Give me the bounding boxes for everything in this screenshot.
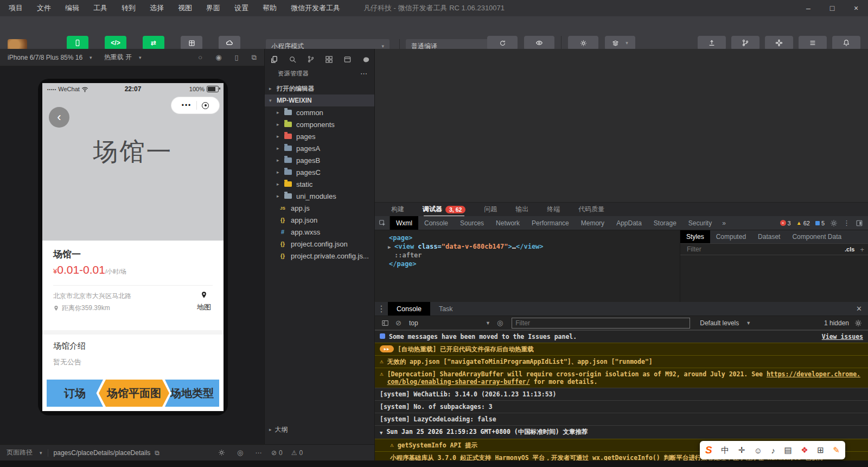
map-button[interactable]: 地图 [192,291,216,312]
expand-arrow-icon[interactable]: ▶ [388,243,394,251]
menu-item[interactable]: 编辑 [65,3,79,13]
devtools-tab-wxml[interactable]: Wxml [390,216,418,230]
tab-terminal[interactable]: 终端 [547,203,560,217]
tree-folder-common[interactable]: ▸common [265,106,375,118]
menu-item[interactable]: 设置 [234,3,248,13]
console-tab-console[interactable]: Console [388,302,430,315]
tab-problems[interactable]: 问题 [484,203,497,217]
tree-folder-pagesC[interactable]: ▸pagesC [265,166,375,178]
devtools-tab-network[interactable]: Network [490,216,526,230]
editor-layout-icon[interactable] [343,55,352,64]
console-message[interactable]: [system] LazyCodeLoading: false [375,413,868,425]
message-link[interactable]: https://developer.chrome.com/blog/enabli… [387,370,860,386]
devtools-tab-security[interactable]: Security [682,216,718,230]
copy-path-icon[interactable]: ⧉ [155,449,159,457]
console-settings-icon[interactable] [854,319,862,327]
wxml-node[interactable]: ▶<view class="data-v-680cb147">…</view> [375,242,680,251]
inspect-element-icon[interactable] [375,216,390,230]
menu-item[interactable]: 界面 [206,3,220,13]
tree-file-app-wxss[interactable]: #app.wxss [265,226,375,238]
outline-section[interactable]: ▸ 大纲 [265,424,375,436]
wxml-node[interactable]: </page> [375,260,680,268]
styles-tab-computed[interactable]: Computed [710,230,752,243]
maximize-button[interactable]: □ [820,0,844,16]
minimize-button[interactable]: – [796,0,820,16]
devtools-tab-sources[interactable]: Sources [454,216,490,230]
tree-file-app-json[interactable]: {}app.json [265,214,375,226]
capsule-button[interactable]: ••• [171,97,219,113]
eye-icon[interactable]: ◎ [237,449,243,457]
console-message[interactable]: ▼Sun Jan 25 2026 21:59:23 GMT+0800 (中国标准… [375,425,868,439]
more-icon[interactable]: ••• [182,103,192,108]
hand-icon[interactable] [362,55,370,64]
lang-toggle[interactable]: 中 [721,445,729,456]
clear-console-icon[interactable]: ⊘ [395,319,401,327]
add-style-icon[interactable]: + [860,245,864,254]
menu-item[interactable]: 帮助 [263,3,277,13]
wxml-element-tree[interactable]: <page>▶<view class="data-v-680cb147">…</… [375,230,680,302]
console-message[interactable]: [system] No. of subpackages: 3 [375,400,868,413]
back-button[interactable]: ‹ [49,107,69,128]
voice-input-icon[interactable]: ♪ [771,446,776,455]
device-frame-icon[interactable]: ▯ [235,53,239,62]
shake-gear-icon[interactable] [218,449,225,456]
tree-file-project-private[interactable]: {}project.private.config.js... [265,250,375,262]
page-path-select[interactable]: 页面路径 ▾ [7,448,42,457]
tree-folder-components[interactable]: ▸components [265,118,375,130]
tab-code-quality[interactable]: 代码质量 [578,203,604,217]
tree-file-app-js[interactable]: JSapp.js [265,202,375,214]
kebab-menu-icon[interactable]: ⋮ [375,302,388,315]
console-message[interactable]: Some messages have been moved to the Iss… [375,330,868,343]
tab-debugger[interactable]: 调试器3, 62 [423,203,465,217]
book-court-button[interactable]: 订场 [47,380,103,407]
settings-gear-icon[interactable] [830,219,838,227]
dock-side-icon[interactable] [856,219,863,227]
close-miniprogram-icon[interactable] [202,102,209,109]
soft-keyboard-icon[interactable]: ▤ [784,445,792,455]
court-type-button[interactable]: 场地类型 [165,380,219,407]
venue-map-button[interactable]: 场馆平面图 [99,380,169,407]
tree-folder-static[interactable]: ▸static [265,178,375,190]
search-icon[interactable] [289,55,297,64]
styles-tab-dataset[interactable]: Dataset [752,230,786,243]
close-console-icon[interactable]: ✕ [856,302,862,315]
error-count[interactable]: ×3 [780,220,791,226]
toolbox-icon[interactable]: ⊞ [817,445,824,455]
extensions-icon[interactable] [325,55,333,64]
menu-item[interactable]: 项目 [9,3,23,13]
devtools-tab-memory[interactable]: Memory [575,216,610,230]
files-icon[interactable] [270,55,278,64]
eye-watch-icon[interactable]: ◎ [497,319,503,327]
tree-folder-pagesA[interactable]: ▸pagesA [265,142,375,154]
console-tab-task[interactable]: Task [430,302,462,315]
log-levels-select[interactable]: Default levels ▼ [700,319,751,327]
context-select[interactable]: top ▼ [409,319,490,327]
more-actions-icon[interactable]: ⋯ [360,70,367,78]
tree-folder-pages[interactable]: ▸pages [265,130,375,142]
tree-folder-pagesB[interactable]: ▸pagesB [265,154,375,166]
warning-count[interactable]: ▲62 [796,220,810,226]
wxml-node[interactable]: ::after [375,251,680,260]
record-icon[interactable]: ◉ [215,53,221,62]
tab-build[interactable]: 构建 [391,203,404,217]
styles-tab-styles[interactable]: Styles [680,230,710,243]
menu-item[interactable]: 视图 [178,3,192,13]
menu-item[interactable]: 选择 [150,3,164,13]
more-icon[interactable]: ⋯ [255,449,261,457]
hot-reload-select[interactable]: 热重载 开 ▾ [104,53,142,62]
devtools-tab-appdata[interactable]: AppData [610,216,648,230]
menu-item[interactable]: 文件 [37,3,51,13]
menu-item[interactable]: 转到 [122,3,136,13]
console-message[interactable]: ▶▶[自动热重载] 已开启代码文件保存后自动热重载 [375,343,868,355]
console-message[interactable]: ⚠[Deprecation] SharedArrayBuffer will re… [375,368,868,388]
info-count[interactable]: 5 [815,220,825,226]
tree-root-mp-weixin[interactable]: ▾MP-WEIXIN [265,94,375,106]
styles-filter-input[interactable] [686,245,845,254]
sogou-logo[interactable]: S [705,444,712,456]
devtools-tab-performance[interactable]: Performance [526,216,575,230]
source-control-icon[interactable] [307,55,315,63]
rotate-icon[interactable]: ○ [198,53,202,62]
styles-tab-component-data[interactable]: Component Data [786,230,847,243]
device-select[interactable]: iPhone 6/7/8 Plus 85% 16 ▾ [8,54,92,61]
skin-brush-icon[interactable]: ✎ [833,445,840,455]
